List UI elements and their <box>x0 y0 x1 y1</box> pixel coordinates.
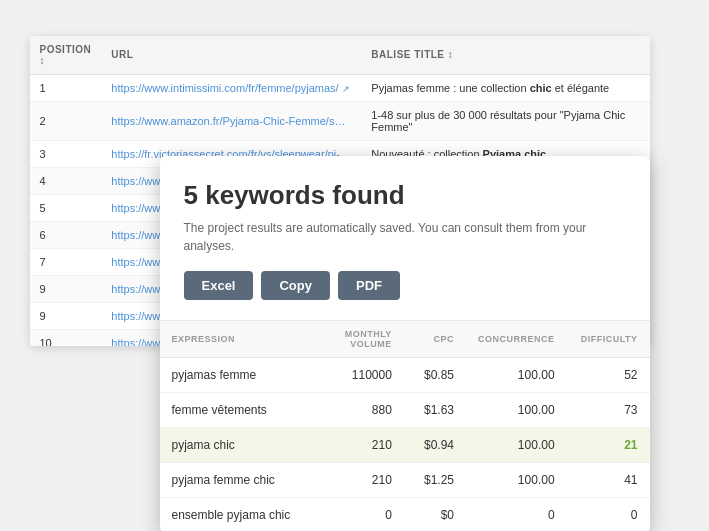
kw-volume: 110000 <box>318 357 404 392</box>
kw-volume: 210 <box>318 427 404 462</box>
kw-cpc: $0.85 <box>404 357 466 392</box>
keyword-row: femme vêtements880$1.63100.0073 <box>160 392 650 427</box>
serp-row: 2https://www.amazon.fr/Pyjama-Chic-Femme… <box>30 101 650 140</box>
kw-expression: pyjama chic <box>160 427 319 462</box>
kw-difficulty: 41 <box>567 462 650 497</box>
serp-position: 7 <box>30 248 102 275</box>
keywords-table: EXPRESSION MONTHLY VOLUME CPC CONCURRENC… <box>160 320 650 532</box>
copy-button[interactable]: Copy <box>261 271 330 300</box>
serp-title: Pyjamas femme : une collection chic et é… <box>361 74 649 101</box>
modal-title: 5 keywords found <box>184 180 626 211</box>
kw-concurrence: 100.00 <box>466 357 567 392</box>
modal-subtitle: The project results are automatically sa… <box>184 219 626 255</box>
col-volume-header: MONTHLY VOLUME <box>318 320 404 357</box>
keyword-row: pyjama chic210$0.94100.0021 <box>160 427 650 462</box>
serp-position: 3 <box>30 140 102 167</box>
modal-buttons: Excel Copy PDF <box>184 271 626 300</box>
kw-concurrence: 0 <box>466 497 567 531</box>
kw-expression: ensemble pyjama chic <box>160 497 319 531</box>
col-expression-header: EXPRESSION <box>160 320 319 357</box>
serp-position: 9 <box>30 302 102 329</box>
serp-position: 10 <box>30 329 102 346</box>
col-concurrence-header: CONCURRENCE <box>466 320 567 357</box>
col-cpc-header: CPC <box>404 320 466 357</box>
col-position: POSITION ↕ <box>30 36 102 75</box>
serp-position: 2 <box>30 101 102 140</box>
serp-position: 1 <box>30 74 102 101</box>
serp-position: 6 <box>30 221 102 248</box>
kw-difficulty: 0 <box>567 497 650 531</box>
serp-url[interactable]: https://www.intimissimi.com/fr/femme/pyj… <box>101 74 361 101</box>
col-title: BALISE TITLE ↕ <box>361 36 649 75</box>
kw-volume: 0 <box>318 497 404 531</box>
serp-title: 1-48 sur plus de 30 000 résultats pour "… <box>361 101 649 140</box>
kw-difficulty: 73 <box>567 392 650 427</box>
serp-url[interactable]: https://www.amazon.fr/Pyjama-Chic-Femme/… <box>101 101 361 140</box>
kw-cpc: $1.63 <box>404 392 466 427</box>
kw-expression: pyjamas femme <box>160 357 319 392</box>
scene: POSITION ↕ URL BALISE TITLE ↕ 1https://w… <box>30 36 680 496</box>
excel-button[interactable]: Excel <box>184 271 254 300</box>
kw-concurrence: 100.00 <box>466 462 567 497</box>
modal-header: 5 keywords found The project results are… <box>160 156 650 320</box>
kw-difficulty: 52 <box>567 357 650 392</box>
kw-expression: femme vêtements <box>160 392 319 427</box>
kw-cpc: $0 <box>404 497 466 531</box>
keyword-row: pyjamas femme110000$0.85100.0052 <box>160 357 650 392</box>
kw-cpc: $1.25 <box>404 462 466 497</box>
keyword-row: ensemble pyjama chic0$000 <box>160 497 650 531</box>
pdf-button[interactable]: PDF <box>338 271 400 300</box>
serp-row: 1https://www.intimissimi.com/fr/femme/py… <box>30 74 650 101</box>
kw-volume: 210 <box>318 462 404 497</box>
results-modal: 5 keywords found The project results are… <box>160 156 650 532</box>
keyword-row: pyjama femme chic210$1.25100.0041 <box>160 462 650 497</box>
kw-concurrence: 100.00 <box>466 392 567 427</box>
kw-difficulty: 21 <box>567 427 650 462</box>
col-difficulty-header: DIFFICULTY <box>567 320 650 357</box>
serp-position: 5 <box>30 194 102 221</box>
serp-position: 9 <box>30 275 102 302</box>
col-url: URL <box>101 36 361 75</box>
kw-concurrence: 100.00 <box>466 427 567 462</box>
kw-cpc: $0.94 <box>404 427 466 462</box>
kw-volume: 880 <box>318 392 404 427</box>
kw-expression: pyjama femme chic <box>160 462 319 497</box>
serp-position: 4 <box>30 167 102 194</box>
